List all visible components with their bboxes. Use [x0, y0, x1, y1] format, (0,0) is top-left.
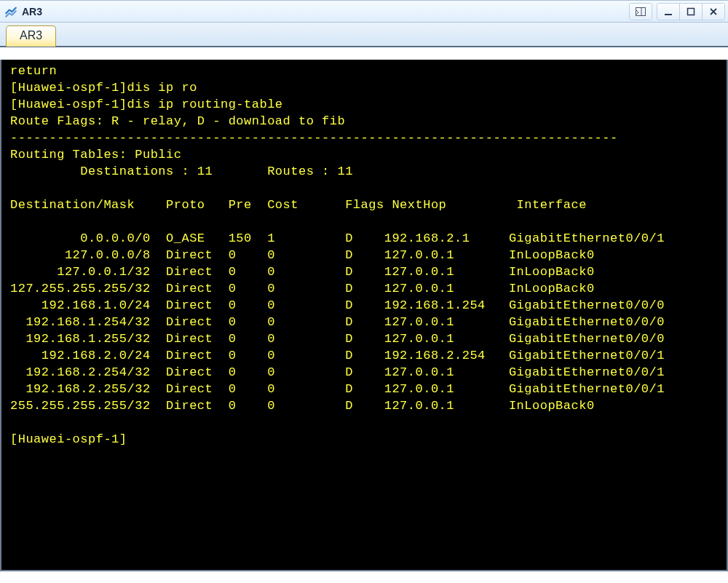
- window-controls-extra: [629, 3, 652, 20]
- window-title: AR3: [22, 6, 42, 17]
- app-window: AR3: [0, 0, 728, 583]
- titlebar: AR3: [0, 1, 728, 23]
- tab-label: AR3: [20, 29, 42, 41]
- tab-ar3[interactable]: AR3: [6, 25, 56, 47]
- svg-rect-1: [665, 14, 672, 15]
- terminal-output[interactable]: return [Huawei-ospf-1]dis ip ro [Huawei-…: [0, 60, 728, 571]
- close-button[interactable]: [702, 4, 724, 20]
- snap-button[interactable]: [630, 4, 652, 20]
- app-icon: [4, 5, 17, 18]
- svg-rect-2: [688, 8, 695, 15]
- tab-bar: AR3: [0, 23, 728, 47]
- window-controls: [657, 3, 725, 20]
- minimize-button[interactable]: [657, 4, 679, 20]
- maximize-button[interactable]: [679, 4, 702, 20]
